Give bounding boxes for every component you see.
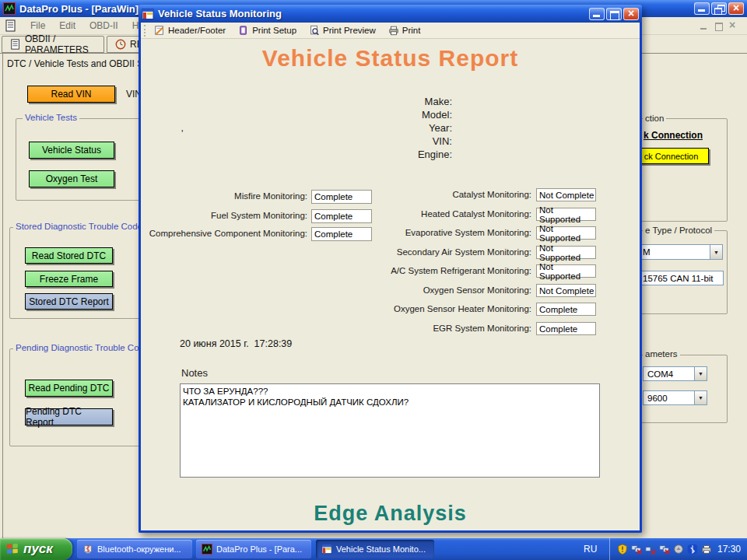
vehicle-tests-group-title: Vehicle Tests (23, 113, 79, 122)
network-disconnected-icon-2[interactable] (658, 543, 671, 555)
monitor-value-field[interactable]: Complete (536, 322, 596, 335)
make-label: Make: (258, 96, 452, 109)
monitor-row: Catalyst Monitoring: Not Complete (141, 188, 644, 204)
print-preview-button[interactable]: Print Preview (309, 25, 376, 36)
report-area: Vehicle Status Report ' Make: Model: Yea… (141, 39, 640, 530)
vehicle-fields: Make: Model: Year: VIN: Engine: (258, 96, 452, 162)
taskbar: пуск Bluetooth-окружени... DataPro Plus … (0, 538, 747, 560)
desktop: DataPro Plus - [ParaWin] File Edit OBD-I… (0, 0, 747, 560)
taskbar-item-bluetooth[interactable]: Bluetooth-окружени... (77, 540, 192, 558)
header-footer-icon (154, 25, 165, 36)
chevron-down-icon[interactable]: ▼ (710, 245, 722, 259)
notes-label: Notes (181, 367, 208, 379)
monitor-label: Heated Catalyst Monitoring: (337, 209, 531, 219)
check-connection-button[interactable]: ck Connection (633, 148, 709, 164)
chevron-down-icon[interactable]: ▼ (694, 367, 707, 380)
main-window-title: DataPro Plus - [ParaWin] (19, 3, 139, 15)
chevron-down-icon[interactable]: ▼ (694, 391, 707, 404)
monitor-row: Secondary Air System Monitoring: Not Sup… (141, 246, 644, 261)
toolbar-drag-handle[interactable] (144, 25, 146, 37)
menu-file[interactable]: File (23, 19, 52, 33)
removable-device-icon[interactable] (672, 543, 685, 555)
mdi-minimize-button[interactable] (700, 23, 708, 30)
read-pending-dtc-button[interactable]: Read Pending DTC (25, 380, 113, 397)
main-close-button[interactable] (728, 2, 744, 15)
mdi-restore-button[interactable] (714, 23, 723, 30)
mdi-close-button[interactable] (729, 23, 738, 30)
report-timestamp: 20 июня 2015 г. 17:28:39 (180, 338, 292, 349)
network-disconnected-icon[interactable] (630, 543, 643, 555)
notes-textarea[interactable]: ЧТО ЗА ЕРУНДА??? КАТАЛИЗАТОР И КИСЛОРОДН… (180, 383, 600, 478)
print-label: Print (402, 26, 421, 35)
taskbar-clock: 17:30 (717, 544, 741, 555)
monitor-label: Catalyst Monitoring: (337, 190, 531, 199)
security-shield-icon[interactable] (616, 543, 629, 555)
dialog-icon (142, 8, 154, 20)
connection-link[interactable]: k Connection (644, 130, 703, 141)
vehicle-status-button[interactable]: Vehicle Status (29, 142, 114, 159)
monitor-value-field[interactable]: Complete (536, 303, 596, 316)
oxygen-test-button[interactable]: Oxygen Test (29, 170, 114, 187)
tab-obdii-parameters[interactable]: OBDII / PARAMETERS (2, 36, 104, 53)
menu-edit[interactable]: Edit (52, 19, 82, 33)
system-tray: 17:30 (609, 538, 747, 560)
taskbar-item-datapro[interactable]: DataPro Plus - [Para... (196, 540, 311, 558)
com-port-value: COM4 (647, 369, 673, 379)
monitor-value-field[interactable]: Not Supported (536, 208, 596, 221)
monitor-label: EGR System Monitoring: (337, 324, 531, 333)
vehicle-status-dialog: Vehicle Status Monitoring Header/Footer (139, 5, 642, 533)
pending-dtc-report-button[interactable]: Pending DTC Report (25, 408, 113, 425)
monitor-value-field[interactable]: Not Supported (536, 264, 596, 278)
header-footer-button[interactable]: Header/Footer (154, 25, 226, 36)
protocol-field[interactable]: 15765 CAN 11-bit (638, 271, 724, 285)
taskbar-item-vehicle-status[interactable]: Vehicle Status Monito... (316, 540, 434, 558)
monitor-value-field[interactable]: Not Complete (536, 188, 596, 201)
pending-dtc-group-title: Pending Diagnostic Trouble Codes (13, 343, 156, 352)
com-port-select[interactable]: COM4 ▼ (643, 366, 707, 381)
monitor-value-field[interactable]: Not Supported (536, 246, 596, 259)
taskbar-item-label: DataPro Plus - [Para... (216, 544, 302, 554)
dialog-toolbar: Header/Footer Print Setup Print Preview (141, 23, 640, 39)
stored-dtc-report-button[interactable]: Stored DTC Report (25, 293, 113, 310)
monitor-value-field[interactable]: Not Supported (536, 226, 596, 240)
read-stored-dtc-button[interactable]: Read Stored DTC (25, 247, 113, 264)
menu-obd2[interactable]: OBD-II (82, 19, 125, 33)
monitor-label: Oxygen Sensor Monitoring: (337, 285, 531, 295)
dialog-minimize-button[interactable] (589, 8, 605, 20)
monitor-row: Evaporative System Monitoring: Not Suppo… (141, 226, 644, 242)
wireless-disconnected-icon[interactable] (644, 543, 657, 555)
dialog-titlebar: Vehicle Status Monitoring (139, 5, 642, 23)
parameters-tab-icon (10, 39, 21, 50)
freeze-frame-button[interactable]: Freeze Frame (25, 271, 113, 287)
print-button[interactable]: Print (388, 25, 421, 36)
clock-tab-icon (115, 39, 126, 50)
print-setup-button[interactable]: Print Setup (238, 25, 296, 36)
main-restore-button[interactable] (711, 2, 727, 15)
print-setup-label: Print Setup (252, 26, 296, 35)
windows-logo-icon (6, 543, 19, 555)
monitor-row: Oxygen Sensor Heater Monitoring: Complet… (141, 303, 644, 318)
read-vin-button[interactable]: Read VIN (27, 86, 115, 103)
mdi-document-icon (5, 19, 17, 32)
print-preview-label: Print Preview (323, 26, 376, 35)
dialog-close-button[interactable] (623, 8, 639, 20)
monitor-label: A/C System Refrigerant Monitoring: (337, 266, 531, 275)
year-label: Year: (258, 122, 452, 135)
monitor-row: Heated Catalyst Monitoring: Not Supporte… (141, 208, 644, 223)
start-button[interactable]: пуск (0, 538, 72, 560)
monitor-value-field[interactable]: Not Complete (536, 284, 596, 297)
baud-rate-value: 9600 (647, 394, 668, 403)
print-preview-icon (309, 25, 320, 36)
taskbar-item-label: Vehicle Status Monito... (336, 544, 426, 554)
baud-rate-select[interactable]: 9600 ▼ (643, 390, 707, 405)
dialog-maximize-button[interactable] (606, 8, 622, 20)
datapro-icon (202, 544, 212, 555)
printer-tray-icon[interactable] (700, 543, 713, 555)
language-indicator[interactable]: RU (584, 538, 597, 560)
protocol-group-title: e Type / Protocol (643, 226, 714, 235)
print-setup-icon (238, 25, 249, 36)
bluetooth-icon[interactable] (686, 543, 699, 555)
protocol-select[interactable]: M ▼ (638, 244, 723, 260)
main-minimize-button[interactable] (694, 2, 710, 15)
app-icon (3, 2, 16, 15)
